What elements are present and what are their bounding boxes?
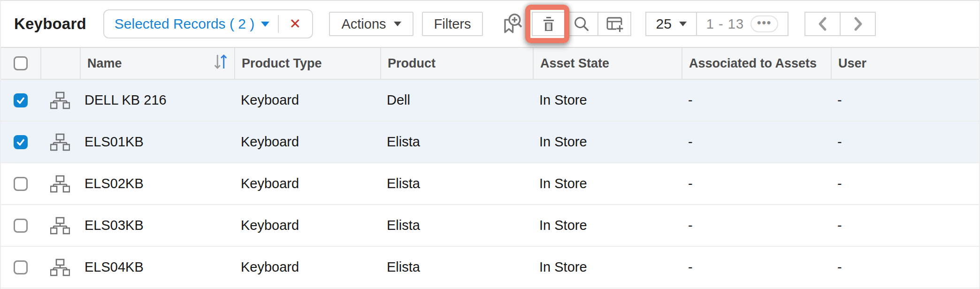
row-checkbox[interactable]	[14, 93, 28, 107]
filters-button[interactable]: Filters	[422, 12, 483, 36]
cell-asset-state: In Store	[533, 176, 681, 191]
column-header-product[interactable]: Product	[380, 48, 533, 79]
cell-asset-state: In Store	[533, 134, 681, 150]
select-all-cell	[1, 48, 40, 79]
cell-name[interactable]: DELL KB 216	[80, 92, 234, 108]
previous-page-button[interactable]	[804, 12, 841, 36]
sort-icon[interactable]	[213, 53, 229, 74]
asset-list-page: Keyboard Selected Records ( 2 ) ✕ Action…	[0, 0, 980, 289]
cell-associated-to-assets: -	[681, 176, 831, 191]
select-all-checkbox[interactable]	[14, 56, 28, 70]
row-type-icon-cell	[40, 259, 80, 276]
row-checkbox[interactable]	[14, 177, 28, 191]
table-add-column-icon	[604, 13, 625, 35]
row-checkbox[interactable]	[14, 219, 28, 233]
row-checkbox-cell	[1, 93, 40, 107]
cell-product-type: Keyboard	[234, 92, 380, 108]
ellipsis-icon: •••	[757, 17, 772, 28]
column-label: Asset State	[540, 56, 609, 71]
cell-name[interactable]: ELS02KB	[80, 176, 234, 191]
cell-product: Elista	[380, 218, 533, 233]
cell-user: -	[831, 176, 979, 191]
actions-label: Actions	[341, 16, 386, 32]
cell-product: Elista	[380, 134, 533, 150]
pagination-controls: 25 1 - 13 •••	[645, 12, 789, 36]
per-page-dropdown[interactable]: 25	[645, 12, 697, 36]
cell-associated-to-assets: -	[681, 218, 831, 233]
cell-product: Elista	[380, 176, 533, 191]
cell-asset-state: In Store	[533, 92, 681, 108]
selected-records-label: Selected Records ( 2 )	[115, 16, 254, 32]
actions-button[interactable]: Actions	[329, 12, 413, 36]
clear-selection-button[interactable]: ✕	[287, 16, 303, 32]
cell-associated-to-assets: -	[681, 259, 831, 275]
cell-name[interactable]: ELS03KB	[80, 218, 234, 233]
bookmark-search-plus-icon	[498, 11, 525, 37]
cell-product: Elista	[380, 259, 533, 275]
toolbar: Keyboard Selected Records ( 2 ) ✕ Action…	[1, 1, 979, 47]
chevron-down-icon	[394, 22, 401, 26]
table-row[interactable]: ELS02KB Keyboard Elista In Store - -	[1, 163, 979, 205]
selected-records-dropdown[interactable]: Selected Records ( 2 ) ✕	[103, 9, 314, 38]
magnifier-icon	[572, 14, 591, 34]
cell-name[interactable]: ELS01KB	[80, 134, 234, 150]
cell-user: -	[831, 218, 979, 233]
row-type-icon-cell	[40, 133, 80, 151]
row-checkbox-cell	[1, 260, 40, 274]
cell-associated-to-assets: -	[681, 134, 831, 150]
column-header-product-type[interactable]: Product Type	[234, 48, 380, 79]
table-header: Name Product Type Product Asset State As…	[1, 47, 979, 80]
search-button[interactable]	[565, 12, 598, 36]
chevron-down-icon	[679, 22, 687, 26]
asset-hierarchy-icon[interactable]	[50, 217, 70, 235]
page-nav-group	[804, 12, 876, 36]
asset-hierarchy-icon[interactable]	[50, 91, 70, 109]
column-header-user[interactable]: User	[831, 48, 979, 79]
cell-name[interactable]: ELS04KB	[80, 259, 234, 275]
row-checkbox-cell	[1, 177, 40, 191]
cell-user: -	[831, 92, 979, 108]
cell-user: -	[831, 134, 979, 150]
column-header-asset-state[interactable]: Asset State	[533, 48, 681, 79]
table-actions-group	[532, 12, 631, 36]
filters-label: Filters	[434, 16, 471, 32]
trash-icon	[538, 14, 559, 34]
cell-asset-state: In Store	[533, 259, 681, 275]
save-search-button[interactable]	[497, 9, 526, 38]
page-title: Keyboard	[14, 15, 86, 33]
delete-button[interactable]	[532, 12, 566, 36]
table-row[interactable]: ELS04KB Keyboard Elista In Store - -	[1, 247, 979, 289]
row-checkbox-cell	[1, 135, 40, 149]
divider	[278, 15, 279, 33]
add-column-button[interactable]	[597, 12, 631, 36]
column-label: User	[838, 56, 866, 71]
table-body: DELL KB 216 Keyboard Dell In Store - -	[1, 80, 979, 289]
record-range: 1 - 13 •••	[697, 12, 789, 36]
record-range-label: 1 - 13	[706, 16, 744, 32]
cell-product-type: Keyboard	[234, 259, 380, 275]
table-row[interactable]: DELL KB 216 Keyboard Dell In Store - -	[1, 80, 979, 122]
chevron-right-icon	[851, 16, 865, 32]
row-checkbox[interactable]	[14, 260, 28, 274]
page-jump-button[interactable]: •••	[750, 15, 778, 32]
asset-hierarchy-icon[interactable]	[50, 133, 70, 151]
cell-associated-to-assets: -	[681, 92, 831, 108]
column-header-associated-to-assets[interactable]: Associated to Assets	[681, 48, 831, 79]
asset-hierarchy-icon[interactable]	[50, 175, 70, 193]
column-label: Associated to Assets	[689, 56, 817, 71]
cell-product-type: Keyboard	[234, 176, 380, 191]
next-page-button[interactable]	[840, 12, 876, 36]
cell-asset-state: In Store	[533, 218, 681, 233]
column-header-name[interactable]: Name	[80, 48, 234, 79]
row-type-icon-cell	[40, 175, 80, 193]
table-row[interactable]: ELS01KB Keyboard Elista In Store - -	[1, 122, 979, 163]
row-checkbox-cell	[1, 219, 40, 233]
chevron-down-icon	[261, 22, 269, 27]
cell-product: Dell	[380, 92, 533, 108]
table-row[interactable]: ELS03KB Keyboard Elista In Store - -	[1, 205, 979, 247]
cell-product-type: Keyboard	[234, 134, 380, 150]
asset-hierarchy-icon[interactable]	[50, 259, 70, 276]
row-checkbox[interactable]	[14, 135, 28, 149]
chevron-left-icon	[816, 16, 830, 32]
row-type-icon-cell	[40, 91, 80, 109]
